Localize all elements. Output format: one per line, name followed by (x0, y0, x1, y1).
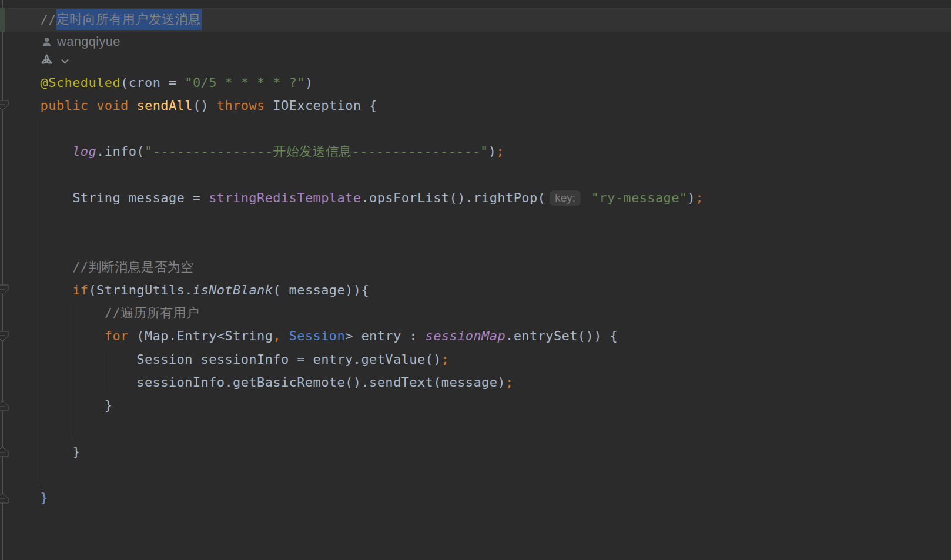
code-line[interactable]: } (0, 440, 951, 463)
code-token[interactable]: if (72, 284, 88, 297)
code-token[interactable]: for (105, 330, 129, 343)
code-token[interactable]: sessionMap (426, 330, 505, 343)
code-token[interactable] (88, 99, 96, 112)
code-token[interactable] (8, 99, 41, 112)
code-line[interactable] (0, 463, 951, 486)
code-token[interactable]: sendAll (136, 99, 193, 112)
code-token[interactable]: ) (488, 145, 497, 158)
code-line[interactable]: } (0, 394, 951, 417)
author-inlay-line[interactable]: wangqiyue (0, 32, 951, 52)
code-token[interactable]: (StringUtils. (88, 284, 192, 297)
code-token[interactable] (583, 192, 591, 204)
gutter-fold-line (2, 0, 3, 560)
code-token[interactable]: "---------------开始发送信息----------------" (145, 145, 488, 158)
fold-expand-icon[interactable] (0, 492, 9, 504)
fold-collapse-icon[interactable] (0, 100, 9, 111)
code-line[interactable] (0, 417, 951, 440)
parameter-name-inlay-hint[interactable]: key: (550, 190, 581, 206)
code-line[interactable]: sessionInfo.getBasicRemote().sendText(me… (0, 371, 951, 394)
person-icon (41, 36, 52, 48)
code-token[interactable]: ) (305, 76, 313, 89)
fold-collapse-icon[interactable] (0, 331, 9, 342)
code-line[interactable]: } (0, 487, 951, 509)
code-line[interactable] (0, 233, 951, 256)
code-token[interactable]: } (8, 399, 112, 412)
chevron-down-icon[interactable] (61, 58, 69, 65)
code-token[interactable] (8, 145, 72, 158)
code-line[interactable]: //遍历所有用户 (0, 302, 951, 325)
code-token[interactable]: IOException { (265, 99, 377, 112)
code-line[interactable]: log.info("---------------开始发送信息---------… (0, 140, 951, 163)
code-token[interactable]: stringRedisTemplate (209, 192, 361, 204)
code-token[interactable]: .opsForList().rightPop( (361, 192, 545, 204)
code-token[interactable]: ; (505, 376, 514, 389)
code-token[interactable]: ; (441, 353, 450, 366)
code-token[interactable] (129, 99, 137, 112)
code-token[interactable]: "0/5 * * * * ?" (185, 76, 305, 89)
code-token[interactable]: > entry : (345, 330, 425, 343)
code-token[interactable]: sessionInfo.getBasicRemote().sendText(me… (8, 376, 505, 389)
code-token[interactable]: public (41, 99, 89, 112)
code-line[interactable]: String message = stringRedisTemplate.ops… (0, 186, 951, 209)
selected-text[interactable]: 定时向所有用户发送消息 (56, 9, 202, 30)
code-token[interactable]: Session sessionInfo = entry.getValue() (8, 353, 441, 366)
code-token[interactable]: ( message)){ (273, 284, 369, 297)
editor-top-separator (8, 8, 951, 8)
code-token[interactable]: ) (688, 192, 696, 204)
fold-expand-icon[interactable] (0, 400, 9, 411)
code-token[interactable]: } (8, 491, 48, 504)
code-token[interactable]: //判断消息是否为空 (8, 261, 194, 274)
code-line[interactable]: Session sessionInfo = entry.getValue(); (0, 348, 951, 371)
code-token[interactable]: "ry-message" (591, 192, 688, 204)
code-line[interactable]: //定时向所有用户发送消息 (0, 8, 951, 32)
code-token[interactable]: .entrySet()) { (505, 330, 618, 343)
author-name[interactable]: wangqiyue (57, 35, 120, 48)
knot-icon[interactable] (39, 53, 55, 69)
code-token[interactable]: .info( (96, 145, 145, 158)
code-token[interactable]: //遍历所有用户 (8, 307, 199, 320)
code-token[interactable] (8, 76, 41, 89)
code-token[interactable]: String message = (8, 192, 209, 204)
code-line[interactable]: //判断消息是否为空 (0, 256, 951, 279)
code-token[interactable]: @Scheduled (41, 76, 120, 89)
code-token[interactable]: isNotBlank (193, 284, 273, 297)
code-line[interactable]: for (Map.Entry<String, Session> entry : … (0, 325, 951, 348)
code-token[interactable]: ; (496, 145, 504, 158)
code-token[interactable]: Session (289, 330, 346, 343)
code-line[interactable]: public void sendAll() throws IOException… (0, 94, 951, 117)
code-line[interactable]: if(StringUtils.isNotBlank( message)){ (0, 279, 951, 301)
code-token[interactable]: ; (695, 192, 704, 204)
fold-expand-icon[interactable] (0, 446, 9, 457)
code-token[interactable] (281, 330, 289, 343)
code-editor-area[interactable]: //定时向所有用户发送消息wangqiyue @Scheduled(cron =… (0, 8, 951, 509)
code-line[interactable] (0, 210, 951, 233)
code-line[interactable] (0, 118, 951, 140)
code-token[interactable]: // (8, 14, 56, 26)
code-token[interactable]: void (96, 99, 129, 112)
code-token[interactable] (8, 330, 105, 343)
code-token[interactable]: ( (120, 76, 129, 89)
code-token[interactable]: () (193, 99, 217, 112)
code-token[interactable] (8, 284, 72, 297)
fold-collapse-icon[interactable] (0, 284, 9, 296)
vcs-change-strip (0, 8, 5, 32)
code-token[interactable]: (Map.Entry<String (129, 330, 273, 343)
code-token[interactable]: cron (129, 76, 161, 89)
code-token[interactable]: = (160, 76, 185, 89)
code-line[interactable]: @Scheduled(cron = "0/5 * * * * ?") (0, 71, 951, 94)
code-vision-inlay-line[interactable] (0, 52, 951, 71)
code-token[interactable]: log (72, 145, 96, 158)
code-token[interactable]: throws (217, 99, 265, 112)
code-token[interactable]: , (273, 330, 281, 343)
code-token[interactable]: } (8, 445, 81, 458)
code-line[interactable] (0, 163, 951, 186)
